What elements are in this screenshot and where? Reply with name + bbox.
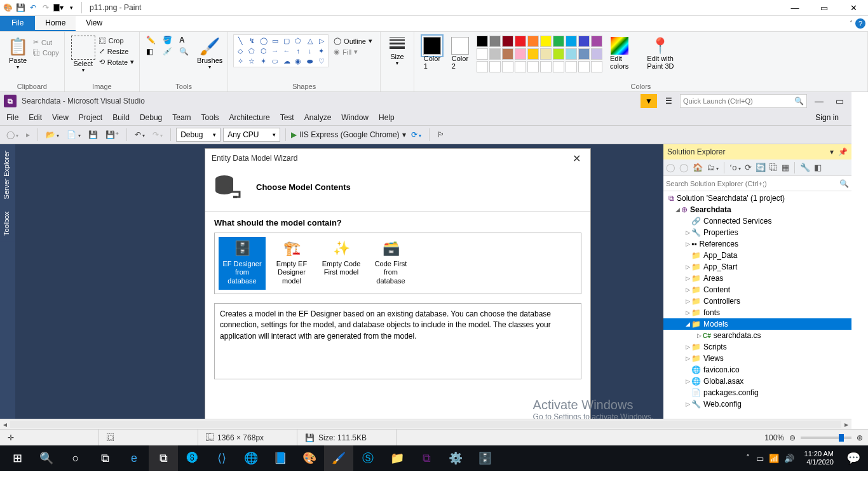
- color-swatch[interactable]: [489, 48, 501, 60]
- skype-taskbar-icon[interactable]: 🅢: [178, 445, 207, 471]
- action-center-icon[interactable]: 💬: [844, 445, 863, 471]
- toolbox-tab[interactable]: Toolbox: [0, 205, 15, 242]
- color-swatch[interactable]: [591, 48, 602, 60]
- vs-menu-architecture[interactable]: Architecture: [229, 113, 270, 122]
- shapes-gallery[interactable]: ╲↯◯▭▢⬠△▷ ◇⬠⬡→←↑↓✦ ✧☆✶⬭☁◉⬬♡: [233, 34, 329, 67]
- vs-maximize-button[interactable]: ▭: [831, 96, 848, 106]
- color2-button[interactable]: Color 2: [447, 34, 473, 72]
- help-icon[interactable]: ?: [855, 18, 865, 29]
- fonts-node[interactable]: ▷📁fonts: [663, 307, 851, 318]
- color-swatch[interactable]: [477, 48, 488, 60]
- config-combo[interactable]: Debug▾: [176, 128, 220, 142]
- vs2-taskbar-icon[interactable]: ⧉: [412, 445, 441, 471]
- shape-fill-button[interactable]: ◉ Fill ▾: [334, 46, 372, 57]
- color-swatch[interactable]: [553, 48, 564, 60]
- wizard-option-empty-code-first[interactable]: ✨Empty Code First model: [318, 237, 365, 290]
- se-pending-icon[interactable]: ʻo: [729, 163, 740, 172]
- color-swatch[interactable]: [566, 48, 577, 60]
- zoom-in-button[interactable]: ⊕: [857, 433, 863, 442]
- se-sync-icon[interactable]: ⟳: [745, 163, 752, 172]
- ribbon-collapse-icon[interactable]: ˄: [850, 20, 853, 27]
- color-swatch[interactable]: [515, 48, 526, 60]
- chrome-taskbar-icon[interactable]: 🌐: [236, 445, 266, 471]
- start-button[interactable]: ⊞: [3, 445, 32, 471]
- tray-chevron-icon[interactable]: ˄: [746, 454, 750, 463]
- redo-icon[interactable]: ↷: [41, 3, 51, 13]
- views-node[interactable]: ▷📁Views: [663, 353, 851, 364]
- undo-icon[interactable]: ↶: [28, 3, 38, 13]
- color-swatch[interactable]: [540, 61, 552, 72]
- color-swatch[interactable]: [527, 48, 539, 60]
- areas-node[interactable]: ▷📁Areas: [663, 273, 851, 284]
- vs-menu-view[interactable]: View: [52, 113, 69, 122]
- se-pin-icon[interactable]: 📌: [838, 147, 848, 156]
- zoom-slider[interactable]: [801, 437, 851, 439]
- vs-menu-help[interactable]: Help: [379, 113, 395, 122]
- wizard-option-ef-designer-from-db[interactable]: 🗄️EF Designer from database: [219, 237, 266, 290]
- color-palette[interactable]: [475, 34, 604, 74]
- content-node[interactable]: ▷📁Content: [663, 284, 851, 295]
- search-icon[interactable]: 🔍: [794, 97, 804, 105]
- color-swatch[interactable]: [502, 61, 513, 72]
- controllers-node[interactable]: ▷📁Controllers: [663, 295, 851, 307]
- vs-menu-team[interactable]: Team: [172, 113, 191, 122]
- quick-launch-box[interactable]: 🔍: [680, 94, 807, 108]
- app-start-node[interactable]: ▷📁App_Start: [663, 261, 851, 273]
- add-item-button[interactable]: 📄: [64, 129, 83, 140]
- color1-button[interactable]: Color 1: [419, 34, 445, 72]
- zoom-out-button[interactable]: ⊖: [789, 433, 796, 442]
- redo-button[interactable]: ↷: [150, 129, 165, 140]
- vs-feedback-icon[interactable]: ☰: [661, 94, 676, 108]
- nav-back-button[interactable]: ◯: [4, 129, 21, 140]
- wizard-close-button[interactable]: ✕: [569, 152, 584, 165]
- se-home-icon[interactable]: 🏠: [693, 163, 703, 172]
- wifi-icon[interactable]: 📶: [769, 454, 779, 463]
- rotate-button[interactable]: ⟲ Rotate ▾: [99, 57, 134, 67]
- color-swatch[interactable]: [477, 36, 488, 47]
- color-swatch[interactable]: [553, 61, 564, 72]
- se-back-icon[interactable]: ◯: [666, 163, 675, 172]
- explorer-taskbar-icon[interactable]: 📁: [383, 445, 412, 471]
- color-swatch[interactable]: [527, 36, 539, 47]
- se-scope-icon[interactable]: 🗂: [707, 163, 719, 172]
- vs-menu-project[interactable]: Project: [79, 113, 102, 122]
- save-all-button[interactable]: 💾⁺: [103, 129, 121, 140]
- color-swatch[interactable]: [591, 61, 602, 72]
- vs-menu-build[interactable]: Build: [112, 113, 130, 122]
- color-swatch[interactable]: [527, 61, 539, 72]
- project-node[interactable]: ◢⊕Searchdata: [663, 204, 851, 215]
- resize-button[interactable]: ⤢ Resize: [99, 46, 134, 57]
- web-config-node[interactable]: ▷🔧Web.config: [663, 398, 851, 410]
- wizard-option-code-first-from-db[interactable]: 🗃️Code First from database: [367, 237, 414, 290]
- se-dropdown-icon[interactable]: ▾: [830, 147, 834, 156]
- save-button[interactable]: 💾: [86, 129, 100, 140]
- picker-tool-icon[interactable]: 💉: [163, 47, 177, 56]
- pencil-tool-icon[interactable]: ✏️: [146, 36, 160, 44]
- properties-node[interactable]: ▷🔧Properties: [663, 227, 851, 238]
- vs-menu-edit[interactable]: Edit: [29, 113, 42, 122]
- se-search-input[interactable]: [666, 180, 839, 187]
- color-swatch[interactable]: [502, 48, 513, 60]
- brushes-button[interactable]: 🖌️Brushes▾: [197, 34, 222, 72]
- quick-launch-input[interactable]: [683, 97, 794, 105]
- se-collapse-icon[interactable]: ⿻: [770, 163, 778, 172]
- vs-minimize-button[interactable]: —: [811, 96, 827, 106]
- color-swatch[interactable]: [578, 36, 590, 47]
- color-swatch[interactable]: [515, 36, 526, 47]
- se-fwd-icon[interactable]: ◯: [679, 163, 689, 172]
- scroll-left-icon[interactable]: ◂: [0, 419, 10, 429]
- edit-paint3d-button[interactable]: 📍Edit with Paint 3D: [643, 34, 677, 72]
- maximize-button[interactable]: ▭: [810, 0, 839, 16]
- close-button[interactable]: ✕: [839, 0, 868, 16]
- zoom-control[interactable]: 100% ⊖ ⊕: [759, 433, 868, 442]
- se-refresh-icon[interactable]: 🔄: [756, 163, 766, 172]
- app-data-node[interactable]: 📁App_Data: [663, 250, 851, 261]
- taskbar-clock[interactable]: 11:20 AM 4/1/2020: [801, 450, 837, 466]
- vs-menu-file[interactable]: File: [6, 113, 18, 122]
- color-swatch[interactable]: [477, 61, 488, 72]
- copy-button[interactable]: ⿻ Copy: [33, 48, 59, 58]
- edge-taskbar-icon[interactable]: e: [119, 445, 149, 471]
- app-taskbar-icon-1[interactable]: 🎨: [295, 445, 324, 471]
- color-swatch[interactable]: [578, 48, 590, 60]
- save-icon[interactable]: 💾: [15, 3, 25, 13]
